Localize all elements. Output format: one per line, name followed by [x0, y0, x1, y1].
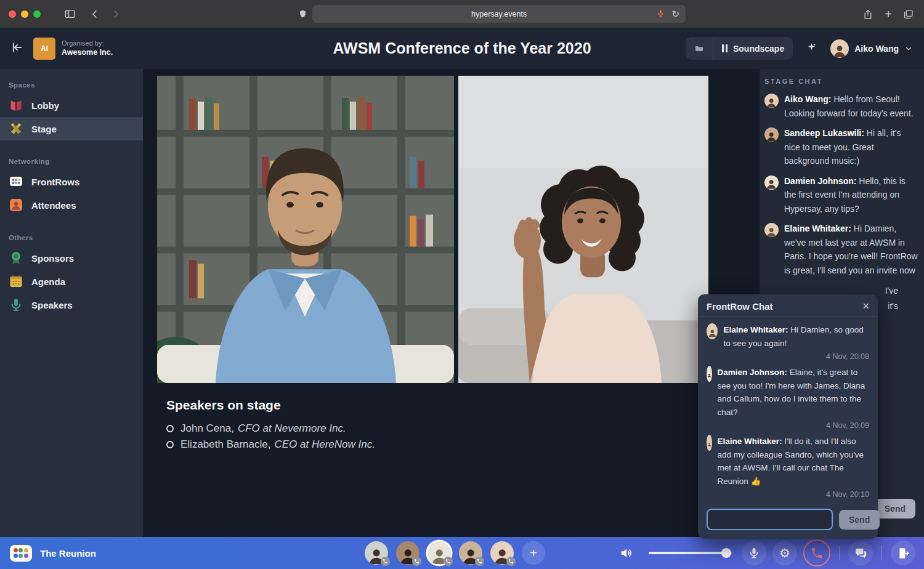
chat-button[interactable]	[848, 541, 873, 565]
tab-overview-icon[interactable]	[903, 9, 914, 20]
avatar	[764, 94, 779, 108]
url-text: hypersay.events	[471, 10, 527, 18]
divider	[839, 546, 840, 560]
browser-back-icon[interactable]	[89, 9, 100, 20]
participant-avatar[interactable]	[490, 541, 514, 565]
organiser-logo: AI	[33, 38, 55, 60]
participant-avatars: +	[365, 541, 545, 565]
sidebar-item-sponsors[interactable]: Sponsors	[0, 246, 143, 270]
frontrows-icon	[9, 174, 23, 189]
section-label-networking: Networking	[0, 154, 143, 170]
backstage-button[interactable]	[686, 37, 713, 60]
frontrow-bar: The Reunion + ⚙	[0, 537, 924, 569]
sidebar-item-stage[interactable]: Stage	[0, 117, 143, 140]
zoom-window-button[interactable]	[33, 10, 41, 18]
user-name: Aiko Wang	[854, 44, 899, 54]
sidebar-item-agenda[interactable]: Agenda	[0, 270, 143, 293]
chat-message: Damien Johnson: Elaine, it's great to se…	[707, 366, 869, 419]
hangup-button[interactable]	[803, 539, 830, 567]
volume-slider[interactable]	[649, 552, 732, 554]
sidebar: Spaces Lobby Stage Networking FrontRows …	[0, 69, 143, 537]
room-name: The Reunion	[40, 548, 96, 559]
close-icon[interactable]: ×	[862, 301, 869, 312]
speaker-bullet-icon	[166, 425, 174, 432]
chat-message: Sandeep Lukaswili: Hi all, it's nice to …	[764, 126, 918, 168]
stage-chat-send-button[interactable]: Send	[875, 499, 915, 519]
phone-badge-icon	[444, 557, 453, 566]
avatar	[707, 366, 712, 382]
share-icon[interactable]	[862, 9, 873, 20]
avatar	[764, 127, 779, 142]
participant-avatar[interactable]	[365, 541, 388, 565]
reload-icon[interactable]: ↻	[672, 9, 680, 20]
participant-avatar[interactable]	[396, 541, 419, 565]
speaker-list-item: Elizabeth Barnacle,CEO at HereNow Inc.	[166, 437, 375, 453]
message-timestamp: 4 Nov, 20:10	[707, 490, 869, 499]
frontrow-room[interactable]: The Reunion	[10, 545, 96, 562]
participant-avatar-active[interactable]	[428, 541, 451, 565]
chat-message: Damien Johnson: Hello, this is the first…	[764, 174, 918, 216]
event-header: AI Organised by: Awesome Inc. AWSM Confe…	[0, 28, 924, 69]
add-participant-button[interactable]: +	[522, 541, 545, 565]
browser-sidebar-icon[interactable]	[64, 8, 76, 20]
section-label-spaces: Spaces	[0, 78, 143, 94]
speakers-icon	[9, 297, 23, 312]
speaker-icon[interactable]	[614, 541, 639, 565]
settings-button[interactable]: ⚙	[772, 541, 797, 565]
speakers-heading: Speakers on stage	[166, 398, 375, 413]
volume-knob[interactable]	[721, 548, 731, 558]
sidebar-item-lobby[interactable]: Lobby	[0, 94, 143, 117]
organiser-name: Awesome Inc.	[62, 48, 113, 58]
sidebar-item-speakers[interactable]: Speakers	[0, 293, 143, 317]
phone-badge-icon	[412, 557, 421, 566]
stage-video-elizabeth	[458, 76, 708, 383]
phone-badge-icon	[475, 557, 484, 566]
chat-message: Elaine Whitaker: Hi Damien, so good to s…	[707, 323, 869, 350]
sparkle-icon[interactable]	[806, 42, 817, 55]
avatar	[764, 223, 779, 237]
tab-microphone-icon[interactable]	[657, 9, 665, 20]
chat-message: Elaine Whitaker: Hi Damien, we've met la…	[764, 222, 918, 277]
exit-event-icon[interactable]	[10, 41, 23, 57]
frontrow-chat-send-button[interactable]: Send	[839, 510, 880, 530]
sidebar-item-frontrows[interactable]: FrontRows	[0, 170, 143, 193]
frontrow-chat-input[interactable]	[707, 509, 833, 530]
lobby-icon	[9, 98, 23, 113]
soundscape-button[interactable]: Soundscape	[713, 37, 793, 60]
frontrow-chat-popup: FrontRow Chat × Elaine Whitaker: Hi Dami…	[698, 294, 878, 539]
frontrow-icon	[10, 545, 32, 562]
user-menu[interactable]: Aiko Wang	[830, 39, 913, 58]
chat-message: Aiko Wang: Hello from Seoul! Looking for…	[764, 92, 918, 120]
sponsors-icon	[9, 251, 23, 265]
phone-badge-icon	[381, 557, 390, 566]
pause-icon	[722, 44, 727, 52]
browser-chrome: hypersay.events ↻ +	[0, 0, 924, 28]
message-timestamp: 4 Nov, 20:08	[707, 352, 869, 361]
microphone-button[interactable]	[742, 541, 766, 565]
user-avatar	[830, 39, 849, 58]
minimize-window-button[interactable]	[21, 10, 28, 18]
frontrow-chat-title: FrontRow Chat	[707, 301, 772, 312]
avatar	[707, 435, 712, 451]
speaker-bullet-icon	[166, 441, 174, 448]
soundscape-control: Soundscape	[686, 37, 793, 60]
message-timestamp: 4 Nov, 20:09	[707, 421, 869, 430]
leave-room-button[interactable]	[891, 541, 915, 565]
sidebar-item-attendees[interactable]: Attendees	[0, 193, 143, 217]
organised-by-label: Organised by:	[62, 39, 113, 48]
new-tab-icon[interactable]: +	[885, 8, 892, 20]
phone-badge-icon	[506, 557, 516, 566]
avatar	[707, 323, 718, 339]
close-window-button[interactable]	[9, 10, 16, 18]
browser-forward-icon[interactable]	[110, 9, 121, 20]
stage-video-john	[157, 76, 454, 383]
url-bar[interactable]: hypersay.events ↻	[312, 5, 686, 23]
shield-icon[interactable]	[298, 9, 307, 18]
divider	[881, 546, 882, 560]
stage-icon	[9, 121, 23, 136]
section-label-others: Others	[0, 230, 143, 246]
chevron-down-icon	[904, 44, 913, 53]
stage-area: Speakers on stage John Cena,CFO at Never…	[143, 69, 759, 537]
avatar	[764, 176, 779, 190]
participant-avatar[interactable]	[459, 541, 482, 565]
